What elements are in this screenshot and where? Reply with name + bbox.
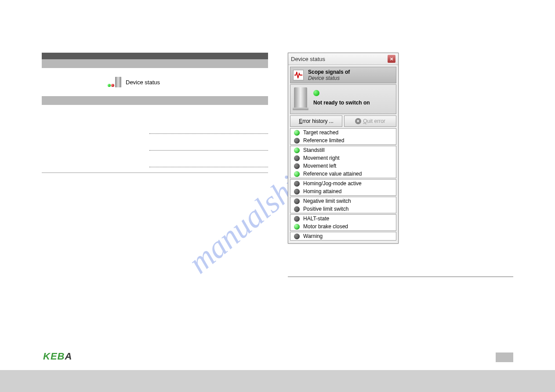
- scope-header-line1: Scope signals of: [308, 69, 350, 75]
- page-footer: KEBA: [0, 348, 555, 392]
- status-item-target-reached: Target reached: [290, 129, 396, 137]
- footer-bar: [0, 370, 555, 392]
- status-label: Homing attained: [303, 188, 341, 194]
- right-column: Device status ✕ Scope signals of Device …: [288, 53, 514, 244]
- scope-signals-header: Scope signals of Device status: [290, 67, 396, 83]
- indicator-off-icon: [294, 198, 300, 204]
- status-label: Warning: [303, 233, 323, 239]
- close-button[interactable]: ✕: [388, 55, 395, 63]
- window-title-bar: Device status ✕: [288, 53, 398, 65]
- table-row: [42, 139, 268, 156]
- status-label: Homing/Jog-mode active: [303, 180, 362, 187]
- status-item-movement-left: Movement left: [290, 162, 396, 170]
- status-label: Reference limited: [303, 137, 344, 144]
- status-label: Negative limit switch: [303, 198, 351, 204]
- indicator-off-icon: [294, 216, 300, 222]
- status-item-warning: Warning: [290, 232, 396, 240]
- status-label: Movement right: [303, 155, 340, 161]
- indicator-on-icon: [294, 130, 300, 136]
- status-item-homing-attained: Homing attained: [290, 187, 396, 195]
- status-item-motor-brake-closed: Motor brake closed: [290, 223, 396, 230]
- indicator-off-icon: [294, 138, 300, 144]
- table-divider-grey: [42, 96, 268, 105]
- led-green-icon: [108, 84, 111, 87]
- status-label: Motor brake closed: [303, 223, 348, 230]
- status-indicator-light: [313, 90, 319, 96]
- status-item-positive-limit: Positive limit switch: [290, 205, 396, 213]
- indicator-off-icon: [294, 163, 300, 169]
- window-title: Device status: [291, 56, 325, 62]
- status-label: Reference value attained: [303, 171, 362, 177]
- status-label: Standstill: [303, 147, 325, 153]
- status-group: Homing/Jog-mode active Homing attained: [290, 179, 396, 196]
- button-row: Error history ... ✕ Quit error: [290, 115, 396, 127]
- page-container: manualshive.com Device status: [0, 0, 555, 392]
- status-text: Not ready to switch on: [313, 100, 370, 106]
- status-item-reference-value-attained: Reference value attained: [290, 170, 396, 178]
- indicator-on-icon: [294, 147, 300, 153]
- quit-error-button[interactable]: ✕ Quit error: [344, 115, 396, 127]
- table-section: [42, 122, 268, 173]
- indicator-on-icon: [294, 171, 300, 177]
- window-body: Scope signals of Device status Not ready…: [288, 65, 398, 243]
- status-item-movement-right: Movement right: [290, 154, 396, 162]
- status-label: Movement left: [303, 163, 336, 169]
- device-status-window: Device status ✕ Scope signals of Device …: [288, 53, 399, 244]
- scope-signals-icon: [293, 70, 304, 80]
- table-row: [42, 122, 268, 139]
- icon-cell: Device status: [42, 68, 268, 96]
- close-icon: ✕: [355, 118, 361, 124]
- indicator-off-icon: [294, 181, 300, 187]
- scope-header-line2: Device status: [308, 75, 350, 81]
- status-group: Warning: [290, 232, 396, 241]
- indicator-off-icon: [294, 155, 300, 161]
- device-tower-icon: [294, 87, 307, 108]
- status-item-standstill: Standstill: [290, 146, 396, 154]
- device-status-icon: [108, 77, 121, 87]
- status-item-reference-limited: Reference limited: [290, 137, 396, 144]
- footer-divider: [288, 277, 513, 277]
- status-item-halt-state: HALT-state: [290, 215, 396, 223]
- status-group: Standstill Movement right Movement left …: [290, 146, 396, 178]
- left-column: Device status: [42, 53, 268, 173]
- status-group: HALT-state Motor brake closed: [290, 214, 396, 231]
- indicator-off-icon: [294, 206, 300, 212]
- tower-icon: [115, 77, 121, 87]
- status-label: Target reached: [303, 129, 338, 136]
- keba-logo: KEBA: [43, 351, 72, 362]
- table-bottom-border: [42, 173, 268, 173]
- indicator-off-icon: [294, 189, 300, 194]
- indicator-off-icon: [294, 234, 300, 239]
- device-status-section: Not ready to switch on: [290, 84, 396, 114]
- status-label: Positive limit switch: [303, 206, 348, 212]
- status-group: Negative limit switch Positive limit swi…: [290, 197, 396, 213]
- table-row: [42, 156, 268, 173]
- footer-page-box: [496, 352, 513, 362]
- indicator-on-icon: [294, 224, 300, 230]
- table-header-light: [42, 59, 268, 68]
- table-header-dark: [42, 53, 268, 59]
- error-history-button[interactable]: Error history ...: [290, 115, 342, 127]
- status-item-homing-jog-active: Homing/Jog-mode active: [290, 180, 396, 187]
- led-red-icon: [111, 84, 114, 87]
- device-status-label: Device status: [126, 79, 160, 86]
- status-item-negative-limit: Negative limit switch: [290, 197, 396, 205]
- status-label: HALT-state: [303, 216, 329, 222]
- status-group: Target reached Reference limited: [290, 128, 396, 145]
